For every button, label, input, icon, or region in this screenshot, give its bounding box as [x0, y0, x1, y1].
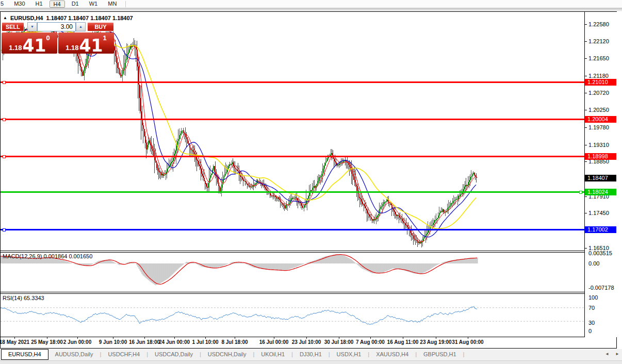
trading-app: 5M30H1H4D1W1MN MACD(12,26,9) 0.001864 0.…: [0, 0, 622, 364]
price-tick: [585, 196, 587, 197]
time-label: 23 Aug 19:00: [420, 339, 451, 345]
chart-tab-usdcnh[interactable]: USDCNH,Daily: [201, 349, 253, 359]
price-tick: [585, 41, 587, 42]
hline-price-badge: 1.17002: [585, 226, 616, 233]
time-label: 25 May 18:00: [31, 339, 63, 345]
time-label: 23 Jul 10:00: [292, 339, 321, 345]
chart-ohlc-quotes: 1.18407 1.18407 1.18407 1.18407: [46, 15, 133, 21]
time-tick: [113, 337, 113, 339]
timeframe-button-5[interactable]: 5: [0, 1, 7, 7]
time-label: 18 May 2021: [0, 339, 29, 345]
sell-price-prefix: 1.18: [9, 44, 22, 51]
price-tick: [585, 93, 587, 93]
price-tick-label: 1.21180: [588, 73, 609, 79]
time-axis[interactable]: 18 May 202125 May 18:002 Jun 00:009 Jun …: [1, 337, 584, 348]
time-label: 1 Jul 10:00: [192, 339, 218, 345]
chart-tab-dj30[interactable]: DJ30,H1: [293, 349, 329, 359]
price-tick: [585, 248, 587, 249]
price-tick-label: 1.19310: [588, 142, 609, 148]
tab-scroll-left-button[interactable]: ◄: [603, 351, 611, 358]
timeframe-button-M30[interactable]: M30: [10, 1, 28, 7]
toolbar-divider: [0, 8, 622, 11]
rsi-pane-canvas[interactable]: [1, 294, 584, 337]
time-tick: [174, 337, 175, 339]
macd-axis-label: 0.00: [588, 260, 599, 267]
tab-scroll-right-button[interactable]: ►: [614, 351, 621, 358]
volume-decrease-button[interactable]: ▼: [27, 22, 37, 31]
chart-tab-audusd[interactable]: AUDUSD,Daily: [48, 349, 100, 359]
volume-increase-button[interactable]: ▲: [76, 22, 86, 31]
time-label: 31 Aug 00:00: [452, 339, 483, 345]
time-label: 7 Aug 00:00: [356, 339, 385, 345]
price-tick: [585, 161, 587, 162]
chart-tab-usdx[interactable]: USDX,H1: [330, 349, 368, 359]
macd-axis-label: -0.007178: [588, 285, 614, 291]
buy-price-tile[interactable]: 1.18 41 1: [58, 32, 114, 54]
time-tick: [403, 337, 403, 339]
toolbar-separator: [125, 1, 126, 7]
timeframe-button-MN[interactable]: MN: [104, 1, 120, 7]
chart-tab-usdcad[interactable]: USDCAD,Daily: [148, 349, 200, 359]
time-label: 30 Jul 18:00: [324, 339, 354, 345]
price-tick: [585, 24, 587, 25]
price-tick: [585, 213, 587, 213]
rsi-axis-label: 100: [588, 294, 598, 301]
sell-button[interactable]: SELL: [2, 22, 24, 31]
price-tick: [585, 110, 587, 110]
time-label: 24 Jun 00:00: [159, 339, 190, 345]
time-tick: [77, 337, 78, 339]
chart-tab-ukoil[interactable]: UKOil,H1: [254, 349, 291, 359]
sell-price-tile[interactable]: 1.18 41 0: [2, 32, 57, 54]
price-tick: [585, 76, 587, 76]
price-tick-label: 1.22580: [588, 21, 609, 27]
timeframe-button-D1[interactable]: D1: [68, 1, 83, 7]
price-tick-label: 1.19780: [588, 124, 609, 130]
chart-tab-gbpusd[interactable]: GBPUSD,H1: [417, 349, 463, 359]
volume-input[interactable]: [37, 22, 76, 31]
chart-tab-bar: EURUSD,H4AUDUSD,Daily|USDCHF,H4|USDCAD,D…: [0, 349, 622, 360]
timeframe-button-H4[interactable]: H4: [50, 1, 65, 8]
price-tick-label: 1.20250: [588, 107, 609, 113]
time-label: 16 Jul 00:00: [259, 339, 289, 345]
hline-price-badge: 1.18998: [585, 153, 616, 160]
buy-price-big: 41: [79, 39, 103, 53]
chart-tab-xauusd[interactable]: XAUUSD,H4: [369, 349, 415, 359]
buy-price-pip: 1: [103, 34, 107, 42]
time-label: 8 Jul 18:00: [221, 339, 248, 345]
collapse-panel-icon[interactable]: ▲: [3, 15, 7, 20]
macd-label: MACD(12,26,9) 0.001864 0.001650: [3, 253, 92, 259]
time-tick: [274, 337, 274, 339]
time-tick: [468, 337, 468, 339]
time-tick: [235, 337, 235, 339]
time-tick: [14, 337, 15, 339]
price-tick-label: 1.21650: [588, 55, 609, 61]
macd-axis-label: 0.003515: [588, 250, 612, 256]
time-label: 2 Jun 00:00: [63, 339, 91, 345]
chart-symbol-title: EURUSD,H4: [10, 15, 43, 21]
timeframe-toolbar: 5M30H1H4D1W1MN: [0, 0, 622, 8]
rsi-axis-label: 70: [588, 305, 595, 311]
price-tick-label: 1.20720: [588, 90, 609, 96]
time-tick: [339, 337, 339, 339]
current-price-badge: 1.18407: [585, 175, 616, 181]
price-tick: [585, 127, 587, 128]
time-label: 16 Aug 11:00: [387, 339, 419, 345]
time-tick: [436, 337, 436, 339]
chart-tab-eurusd[interactable]: EURUSD,H4: [1, 349, 48, 360]
rsi-axis-label: 30: [588, 320, 595, 326]
one-click-trading-panel: SELL ▼ ▲ BUY 1.18 41 0 1.18 41 1: [2, 22, 114, 54]
price-tick: [585, 58, 587, 59]
price-tick-label: 1.22120: [588, 38, 609, 44]
time-tick: [370, 337, 371, 339]
chart-tab-usdchf[interactable]: USDCHF,H4: [101, 349, 146, 359]
time-label: 16 Jun 18:00: [129, 339, 160, 345]
sell-price-big: 41: [23, 39, 46, 53]
hline-price-badge: 1.21010: [585, 79, 616, 86]
buy-button[interactable]: BUY: [87, 22, 114, 31]
timeframe-button-H1[interactable]: H1: [32, 1, 46, 7]
timeframe-button-W1[interactable]: W1: [86, 1, 102, 7]
hline-price-badge: 1.18024: [585, 189, 616, 195]
time-label: 9 Jun 10:00: [99, 339, 127, 345]
time-tick: [144, 337, 145, 339]
tab-separator: |: [463, 349, 465, 359]
